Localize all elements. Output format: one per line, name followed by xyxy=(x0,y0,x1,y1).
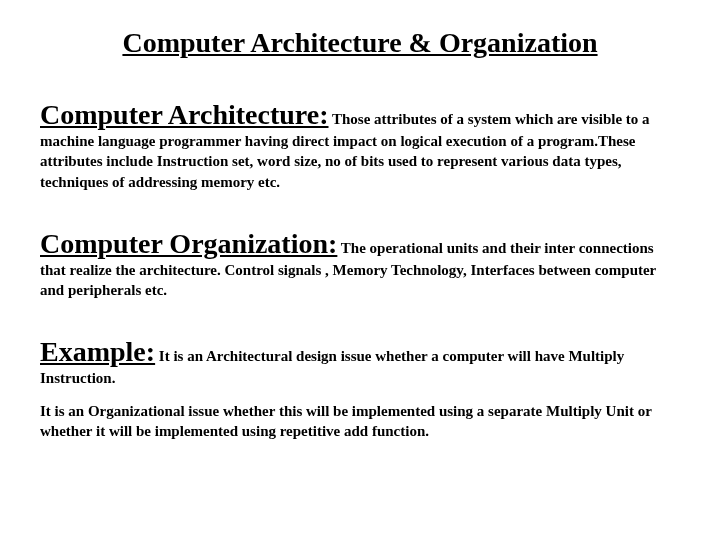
section-example: Example: It is an Architectural design i… xyxy=(40,336,680,441)
architecture-heading: Computer Architecture: xyxy=(40,99,329,130)
example-heading: Example: xyxy=(40,336,155,367)
organization-heading: Computer Organization: xyxy=(40,228,337,259)
example-extra: It is an Organizational issue whether th… xyxy=(40,401,680,442)
page-title: Computer Architecture & Organization xyxy=(40,27,680,59)
section-organization: Computer Organization: The operational u… xyxy=(40,228,680,301)
section-architecture: Computer Architecture: Those attributes … xyxy=(40,99,680,192)
